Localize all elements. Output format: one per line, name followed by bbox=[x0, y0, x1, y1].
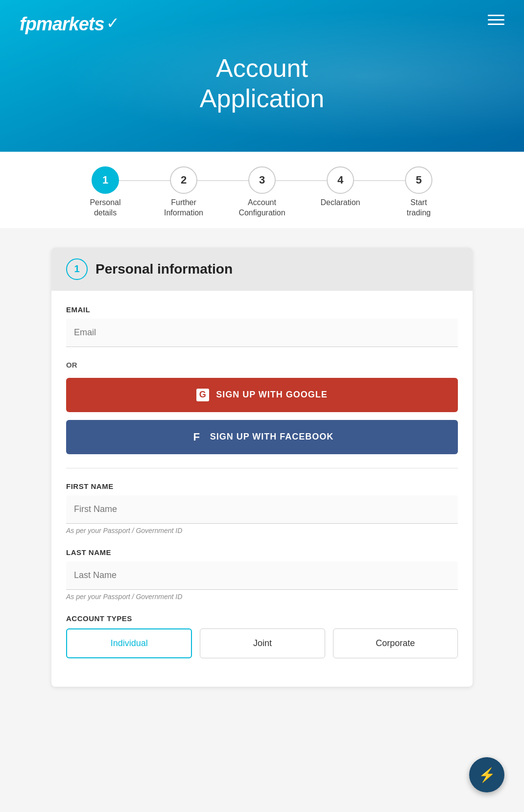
form-card: 1 Personal information EMAIL OR G SIGN U… bbox=[51, 248, 473, 687]
email-label: EMAIL bbox=[66, 305, 458, 314]
account-types-group: ACCOUNT TYPES Individual Joint Corporate bbox=[66, 614, 458, 658]
step-1-label: Personal details bbox=[90, 198, 120, 218]
google-icon: G bbox=[196, 389, 209, 401]
page-header: fpmarkets ✓ Account Application bbox=[0, 0, 524, 152]
step-3-label: Account Configuration bbox=[238, 198, 285, 218]
account-type-individual[interactable]: Individual bbox=[66, 628, 192, 658]
logo: fpmarkets ✓ bbox=[20, 14, 119, 35]
hamburger-line-2 bbox=[488, 19, 504, 21]
hamburger-menu[interactable] bbox=[488, 15, 504, 25]
first-name-input[interactable] bbox=[66, 495, 458, 524]
email-input[interactable] bbox=[66, 319, 458, 347]
or-label: OR bbox=[66, 361, 458, 369]
step-2-circle: 2 bbox=[170, 166, 197, 194]
last-name-label: LAST NAME bbox=[66, 548, 458, 557]
step-2[interactable]: 2 Further Information bbox=[144, 166, 223, 218]
hamburger-line-1 bbox=[488, 15, 504, 16]
steps-wrapper: 1 Personal details 2 Further Information… bbox=[66, 166, 458, 218]
first-name-hint: As per your Passport / Government ID bbox=[66, 527, 458, 534]
chat-button[interactable]: ⚡ bbox=[469, 757, 504, 792]
header-title-line1: Account bbox=[216, 54, 308, 82]
first-name-field-group: FIRST NAME As per your Passport / Govern… bbox=[66, 482, 458, 534]
account-types-label: ACCOUNT TYPES bbox=[66, 614, 458, 623]
card-body: EMAIL OR G SIGN UP WITH GOOGLE f SIGN UP… bbox=[51, 291, 473, 687]
chat-icon: ⚡ bbox=[478, 767, 496, 783]
divider bbox=[66, 468, 458, 468]
last-name-hint: As per your Passport / Government ID bbox=[66, 593, 458, 601]
step-1[interactable]: 1 Personal details bbox=[66, 166, 144, 218]
card-header: 1 Personal information bbox=[51, 248, 473, 291]
step-5[interactable]: 5 Start trading bbox=[380, 166, 458, 218]
email-field-group: EMAIL bbox=[66, 305, 458, 347]
steps-container: 1 Personal details 2 Further Information… bbox=[0, 152, 524, 228]
first-name-label: FIRST NAME bbox=[66, 482, 458, 490]
header-title-line2: Application bbox=[200, 84, 324, 113]
step-2-label: Further Information bbox=[164, 198, 203, 218]
step-1-circle: 1 bbox=[92, 166, 119, 194]
hamburger-line-3 bbox=[488, 23, 504, 25]
facebook-signup-button[interactable]: f SIGN UP WITH FACEBOOK bbox=[66, 420, 458, 454]
step-5-label: Start trading bbox=[407, 198, 431, 218]
last-name-field-group: LAST NAME As per your Passport / Governm… bbox=[66, 548, 458, 601]
step-4-circle: 4 bbox=[327, 166, 354, 194]
logo-text: fpmarkets bbox=[20, 14, 104, 34]
main-content: 1 Personal information EMAIL OR G SIGN U… bbox=[0, 228, 524, 706]
step-4-label: Declaration bbox=[321, 198, 360, 208]
last-name-input[interactable] bbox=[66, 561, 458, 590]
section-number-circle: 1 bbox=[66, 258, 88, 280]
account-type-joint[interactable]: Joint bbox=[200, 628, 325, 658]
step-3[interactable]: 3 Account Configuration bbox=[223, 166, 301, 218]
header-title: Account Application bbox=[200, 53, 324, 114]
google-signup-button[interactable]: G SIGN UP WITH GOOGLE bbox=[66, 378, 458, 412]
section-title: Personal information bbox=[95, 261, 233, 277]
facebook-icon: f bbox=[191, 431, 203, 443]
account-type-corporate[interactable]: Corporate bbox=[333, 628, 458, 658]
step-4[interactable]: 4 Declaration bbox=[301, 166, 380, 208]
account-types-buttons: Individual Joint Corporate bbox=[66, 628, 458, 658]
step-5-circle: 5 bbox=[405, 166, 432, 194]
step-3-circle: 3 bbox=[248, 166, 276, 194]
